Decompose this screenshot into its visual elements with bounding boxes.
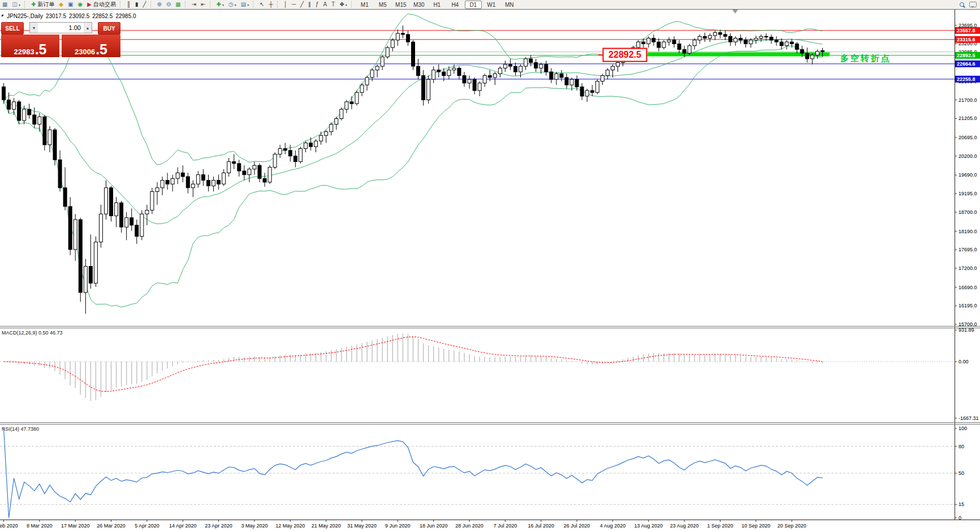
chart-canvas[interactable]: 22892.523695.023200.022700.022195.021700… [0, 0, 980, 532]
date-tick-label: 14 Apr 2020 [169, 523, 197, 529]
tile-windows-button[interactable]: ▦ [174, 0, 182, 9]
timeframe-W1-button[interactable]: W1 [483, 1, 500, 9]
autotrading-icon: ▶ [87, 1, 92, 8]
timeframe-D1-button[interactable]: D1 [465, 1, 482, 9]
fibonacci-button[interactable]: ƒ [314, 0, 321, 9]
cursor-button[interactable]: ↖ [258, 0, 266, 9]
indicators-button[interactable]: ✚▾ [215, 0, 226, 9]
date-tick-label: 12 May 2020 [275, 523, 305, 529]
date-tick-label: 5 Apr 2020 [135, 523, 159, 529]
market-watch-button[interactable]: ▣ [66, 0, 75, 9]
date-tick-label: 23 Aug 2020 [670, 523, 699, 529]
metaeditor-icon: ◆ [59, 1, 63, 8]
price-tick-label: 16195.0 [959, 303, 977, 308]
toolbar-separator [120, 1, 123, 8]
toolbar-separator [277, 1, 280, 8]
auto-scroll-button[interactable]: ⇥ [190, 0, 198, 9]
periods-button[interactable]: ◷▾ [227, 0, 238, 9]
ohlc-high: 23092.5 [69, 13, 89, 19]
autotrading-button[interactable]: ▶自动交易 [85, 0, 118, 9]
collapse-one-click-arrow[interactable] [2, 15, 4, 17]
chart-title: JPN225-,Daily 23017.5 23092.5 22852.5 22… [2, 13, 139, 19]
price-tick-label: 17695.0 [959, 247, 977, 252]
price-tick-label: 20695.0 [959, 135, 977, 140]
candlestick-chart-button[interactable]: ▮ [133, 0, 140, 9]
equidistant-channel-button[interactable]: ∥ [306, 0, 313, 9]
date-tick-label: 21 May 2020 [312, 523, 341, 529]
metaeditor-button[interactable]: ◆ [57, 0, 65, 9]
new-chart-button[interactable]: ▦ [1, 0, 9, 9]
line-chart-button[interactable]: ╱ [141, 0, 148, 9]
horizontal-line-button[interactable]: ─ [290, 0, 297, 9]
price-tick-label: 21700.0 [959, 97, 977, 103]
auto-scroll-icon: ⇥ [192, 1, 196, 8]
date-tick-label: 18 Jun 2020 [420, 523, 448, 529]
profiles-button[interactable]: ◫▾ [10, 0, 21, 9]
equidistant-channel-icon: ∥ [308, 1, 311, 8]
profiles-icon: ◫ [12, 1, 17, 8]
buy-button[interactable]: BUY [98, 22, 120, 35]
zoom-in-button[interactable]: ⊕ [156, 0, 163, 9]
vertical-line-icon: │ [284, 1, 287, 8]
volume-increase-button[interactable]: ▲ [84, 23, 92, 33]
price-tick-label: 20200.0 [959, 153, 977, 159]
chat-icon[interactable] [969, 2, 977, 7]
timeframe-M1-button[interactable]: M1 [356, 1, 373, 9]
ohlc-close: 22985.0 [115, 13, 136, 19]
date-tick-label: 17 Mar 2020 [61, 523, 90, 529]
toolbar-separator [150, 1, 153, 8]
search-icon[interactable] [960, 2, 965, 7]
timeframe-M5-button[interactable]: M5 [374, 1, 391, 9]
templates-icon: ▤ [241, 1, 246, 8]
sell-price-frac: .5 [35, 42, 47, 56]
rsi-tick-label: 50 [959, 470, 964, 476]
templates-button[interactable]: ▤▾ [239, 0, 251, 9]
level-price-badge-text: 22892.5 [957, 53, 975, 58]
price-box-text: 22892.5 [608, 50, 641, 59]
trendline-button[interactable]: ╱ [299, 0, 305, 9]
volume-value[interactable]: 1.00 [38, 23, 84, 33]
signals-button[interactable]: ◉ [76, 0, 84, 9]
arrows-button[interactable]: ✥▾ [338, 0, 348, 9]
timeframe-H1-button[interactable]: H1 [429, 1, 446, 9]
price-tick-label: 21205.0 [959, 115, 977, 121]
rsi-tick-label: 100 [959, 426, 967, 431]
turning-point-annotation: 多空转折点 [840, 53, 891, 64]
periods-icon: ◷ [228, 1, 234, 8]
timeframe-MN-button[interactable]: MN [501, 1, 518, 9]
buy-price-button[interactable]: 23006 .5 [62, 35, 120, 57]
timeframe-M30-button[interactable]: M30 [411, 1, 428, 9]
arrows-icon: ✥ [339, 1, 344, 8]
toolbar-separator [351, 1, 354, 8]
chart-shift-button[interactable]: ⇤ [199, 0, 207, 9]
sell-price-button[interactable]: 22983 .5 [1, 35, 59, 57]
price-tick-label: 18700.0 [959, 209, 977, 215]
date-tick-label: 8 Mar 2020 [27, 523, 53, 529]
autotrading-label: 自动交易 [93, 1, 116, 8]
timeframe-M15-button[interactable]: M15 [392, 1, 409, 9]
date-tick-label: 28 Jun 2020 [455, 523, 483, 529]
chevron-down-icon: ▾ [235, 3, 236, 7]
zoom-in-icon: ⊕ [157, 1, 162, 8]
indicators-icon: ✚ [217, 1, 221, 8]
mt4-window: ▦◫▾✚新订单◆▣◉▶自动交易║▮╱⊕⊖▦⇥⇤✚▾◷▾▤▾↖┼│─╱∥ƒAT✥▾… [0, 0, 980, 532]
bar-chart-icon: ║ [127, 1, 131, 8]
macd-tick-label: -1667.31 [959, 415, 979, 421]
new-order-button[interactable]: ✚新订单 [29, 0, 56, 9]
vertical-line-button[interactable]: │ [282, 0, 289, 9]
text-label-button[interactable]: T [330, 0, 336, 9]
sell-button[interactable]: SELL [1, 22, 24, 35]
line-chart-icon: ╱ [143, 1, 146, 8]
price-tick-label: 19195.0 [959, 191, 977, 196]
zoom-out-button[interactable]: ⊖ [165, 0, 172, 9]
bar-chart-button[interactable]: ║ [125, 0, 132, 9]
symbol-period-label: JPN225-,Daily [7, 13, 43, 19]
price-tick-label: 16690.0 [959, 285, 977, 290]
price-tick-label: 17200.0 [959, 265, 977, 271]
crosshair-button[interactable]: ┼ [267, 0, 275, 9]
trendline-icon: ╱ [300, 1, 304, 8]
volume-decrease-button[interactable]: ▼ [30, 23, 38, 33]
text-button[interactable]: A [322, 0, 329, 9]
timeframe-H4-button[interactable]: H4 [447, 1, 464, 9]
date-tick-label: 23 Apr 2020 [205, 523, 232, 529]
